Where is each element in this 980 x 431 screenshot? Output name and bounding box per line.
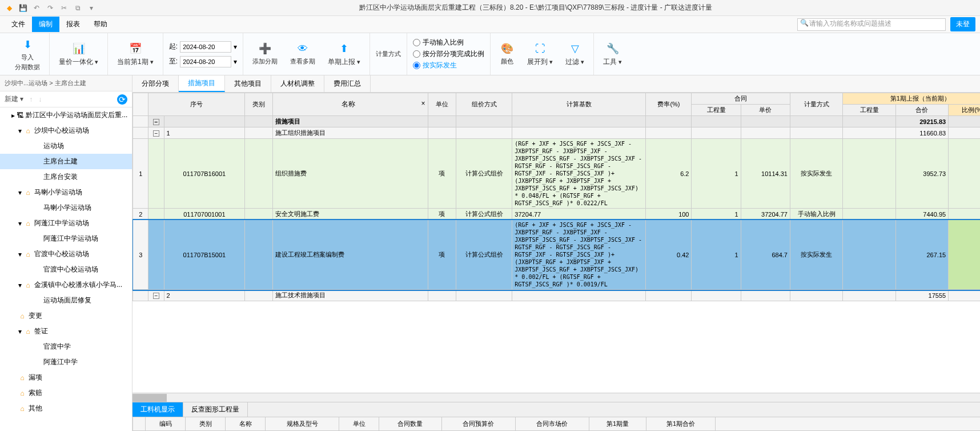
radio-by-section[interactable]: 按分部分项完成比例 xyxy=(413,49,484,59)
qty-price-button[interactable]: 📊 量价一体化 ▾ xyxy=(55,40,102,68)
grid-wrap[interactable]: 序号 类别 名称 × 单位 组价方式 计算基数 费率(%) 合同 计量方式 第1… xyxy=(132,93,980,393)
bottom-grid[interactable]: 编码 类别 名称 规格及型号 单位 合同数量 合同预算价 合同市场价 第1期量 … xyxy=(132,417,980,431)
search-input[interactable]: 🔍 请输入功能名称或问题描述 xyxy=(797,18,946,31)
tree-n7b[interactable]: 阿蓬江中学 xyxy=(0,354,132,370)
paste-icon[interactable]: ▾ xyxy=(87,3,96,13)
th-pricing[interactable]: 组价方式 xyxy=(456,93,512,116)
calendar-icon: 📅 xyxy=(128,41,143,56)
save-icon[interactable]: 💾 xyxy=(18,3,27,13)
table-row-selected[interactable]: 3 011707B15001 建设工程竣工档案编制费 项 计算公式组价 (RGF… xyxy=(133,220,980,290)
redo-icon[interactable]: ↷ xyxy=(46,3,55,13)
tab-resource[interactable]: 人材机调整 xyxy=(271,75,324,92)
upload-icon: ⬆ xyxy=(337,41,352,56)
home-icon: ⌂ xyxy=(24,250,32,258)
radio-actual[interactable]: 按实际发生 xyxy=(413,61,484,70)
tree-n5[interactable]: ▾ ⌂ 金溪镇中心校潘水镇小学马... xyxy=(0,277,132,293)
table-row[interactable]: 1 011707B16001 组织措施费 项 计算公式组价 (RGF + JXF… xyxy=(133,139,980,209)
login-button[interactable]: 未登 xyxy=(950,17,975,31)
th-name[interactable]: 名称 × xyxy=(273,93,428,116)
tree-n8[interactable]: ⌂ 漏项 xyxy=(0,370,132,385)
radio-manual[interactable]: 手动输入比例 xyxy=(413,38,484,47)
single-report-button[interactable]: ⬆单期上报 ▾ xyxy=(324,40,364,68)
table-row[interactable]: 2 011707001001 安全文明施工费 项 计算公式组价 37204.77… xyxy=(133,209,980,220)
copy-icon[interactable]: ⧉ xyxy=(73,3,82,13)
tab-other[interactable]: 其他项目 xyxy=(225,75,271,92)
tab-measure[interactable]: 措施项目 xyxy=(179,75,225,92)
bottom-tab-reverse[interactable]: 反查图形工程量 xyxy=(183,402,248,417)
undo-icon[interactable]: ↶ xyxy=(32,3,41,13)
color-button[interactable]: 🎨颜色 xyxy=(496,40,518,68)
tree-n9[interactable]: ⌂ 索赔 xyxy=(0,385,132,401)
menu-help[interactable]: 帮助 xyxy=(87,17,114,32)
tree-n3a[interactable]: 阿蓬江中学运动场 xyxy=(0,231,132,246)
tab-fee[interactable]: 费用汇总 xyxy=(324,75,371,92)
home-icon: ⌂ xyxy=(18,389,26,397)
th-seq[interactable]: 序号 xyxy=(148,93,245,116)
cut-icon[interactable]: ✂ xyxy=(59,3,69,13)
new-bar: 新建 ▾ ↑ ↓ ⟳ xyxy=(0,91,132,107)
wrench-icon: 🔧 xyxy=(605,41,620,56)
th-unit[interactable]: 单位 xyxy=(428,93,456,116)
bottom-tabs: 工料机显示 反查图形工程量 xyxy=(132,402,980,417)
tree-n1[interactable]: ▾ ⌂ 沙坝中心校运动场 xyxy=(0,123,132,138)
bottom-tab-resource[interactable]: 工料机显示 xyxy=(132,402,183,417)
row-total[interactable]: − 措施项目 29215.83 29215.83 xyxy=(133,116,980,127)
th-method[interactable]: 计量方式 xyxy=(790,93,842,116)
search-icon: 🔍 xyxy=(800,19,809,27)
current-period-button[interactable]: 📅 当前第1期 ▾ xyxy=(114,40,157,68)
menu-report[interactable]: 报表 xyxy=(59,17,87,32)
tree-n2a[interactable]: 马喇小学运动场 xyxy=(0,200,132,216)
scrollbar-thumb[interactable] xyxy=(132,394,167,402)
collapse-icon[interactable]: − xyxy=(153,293,159,299)
expand-button[interactable]: ⛶展开到 ▾ xyxy=(524,40,556,68)
th-type[interactable]: 类别 xyxy=(245,93,273,116)
add-period-button[interactable]: ➕添加分期 xyxy=(249,40,281,68)
date-to-input[interactable] xyxy=(180,56,231,67)
menu-edit[interactable]: 编制 xyxy=(32,17,59,32)
th-rate[interactable]: 费率(%) xyxy=(646,93,692,116)
collapse-icon[interactable]: − xyxy=(153,130,159,137)
date-range: 起: ▾ 至: ▾ xyxy=(163,33,243,75)
tree-root[interactable]: ▸ 🏗 黔江区中小学运动场面层灾后重... xyxy=(0,107,132,123)
tree-n4a[interactable]: 官渡中心校运动场 xyxy=(0,262,132,277)
menubar: 文件 编制 报表 帮助 🔍 请输入功能名称或问题描述 未登 xyxy=(0,16,980,33)
tools-button[interactable]: 🔧工具 ▾ xyxy=(600,40,625,68)
tree-n7a[interactable]: 官渡中学 xyxy=(0,339,132,354)
filter-button[interactable]: ▽过滤 ▾ xyxy=(562,40,588,68)
new-button[interactable]: 新建 ▾ xyxy=(5,94,23,104)
tree-n7[interactable]: ▾ ⌂ 签证 xyxy=(0,324,132,339)
view-multi-button[interactable]: 👁查看多期 xyxy=(287,40,319,68)
tree-n2[interactable]: ▾ ⌂ 马喇小学运动场 xyxy=(0,185,132,200)
h-scrollbar[interactable] xyxy=(132,393,980,402)
import-icon: ⬇ xyxy=(20,37,35,52)
home-icon: ⌂ xyxy=(18,405,26,413)
row-group-1[interactable]: − 1 施工组织措施项目 11660.83 11660.83 xyxy=(133,127,980,139)
tree-n1a[interactable]: 运动场 xyxy=(0,138,132,154)
toolbar: ⬇ 导入 分期数据 📊 量价一体化 ▾ 📅 当前第1期 ▾ 起: ▾ 至: ▾ … xyxy=(0,33,980,75)
tree-n1b[interactable]: 主席台土建 xyxy=(0,154,132,169)
tree-n5a[interactable]: 运动场面层修复 xyxy=(0,293,132,308)
tree-n6[interactable]: ⌂ 变更 xyxy=(0,308,132,324)
main-grid[interactable]: 序号 类别 名称 × 单位 组价方式 计算基数 费率(%) 合同 计量方式 第1… xyxy=(132,93,980,301)
up-icon[interactable]: ↑ xyxy=(29,95,33,103)
menu-file[interactable]: 文件 xyxy=(5,17,32,32)
quick-access: ◆ 💾 ↶ ↷ ✂ ⧉ ▾ xyxy=(5,3,96,13)
date-from-input[interactable] xyxy=(180,41,231,53)
collapse-icon[interactable]: − xyxy=(153,119,159,125)
tab-section[interactable]: 分部分项 xyxy=(132,75,179,92)
th-report[interactable]: 第1期上报（当前期） xyxy=(843,93,980,105)
tabs: 分部分项 措施项目 其他项目 人材机调整 费用汇总 xyxy=(132,75,980,93)
row-group-2[interactable]: − 2 施工技术措施项目 17555 17555 xyxy=(133,290,980,301)
eye-icon: 👁 xyxy=(295,41,310,56)
th-contract[interactable]: 合同 xyxy=(692,93,790,105)
th-basis[interactable]: 计算基数 xyxy=(512,93,646,116)
down-icon[interactable]: ↓ xyxy=(38,95,42,103)
add-icon[interactable]: ⟳ xyxy=(117,94,127,105)
tree-n1c[interactable]: 主席台安装 xyxy=(0,169,132,185)
tree-n4[interactable]: ▾ ⌂ 官渡中心校运动场 xyxy=(0,246,132,262)
tree-n3[interactable]: ▾ ⌂ 阿蓬江中学运动场 xyxy=(0,216,132,231)
palette-icon: 🎨 xyxy=(500,41,515,56)
tree-n10[interactable]: ⌂ 其他 xyxy=(0,401,132,416)
home-icon: ⌂ xyxy=(24,328,32,336)
import-button[interactable]: ⬇ 导入 分期数据 xyxy=(11,36,43,73)
